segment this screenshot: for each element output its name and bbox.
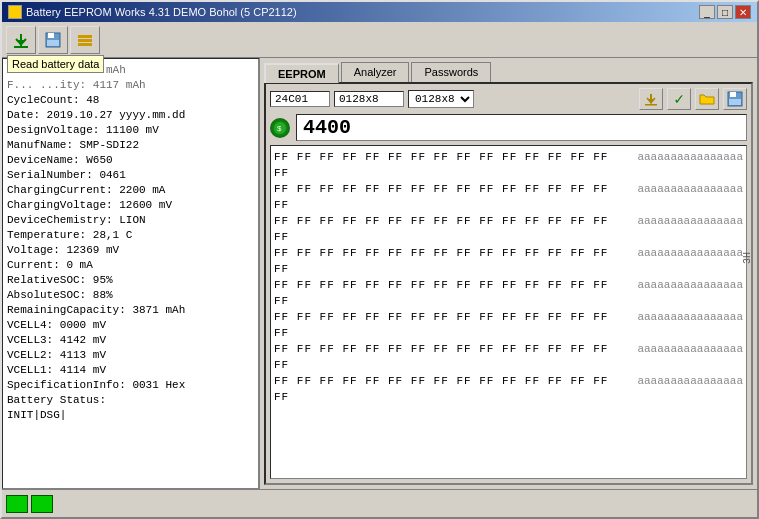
minimize-button[interactable]: _ <box>699 5 715 19</box>
hex-row-7: FF FF FF FF FF FF FF FF FF FF FF FF FF F… <box>274 373 743 405</box>
line-vcell4: VCELL4: 0000 mV <box>7 318 254 333</box>
eeprom-toolbar: 0128x8 0256x8 ✓ <box>270 88 747 110</box>
svg-marker-12 <box>647 99 655 104</box>
title-controls: _ □ ✕ <box>699 5 751 19</box>
line-temperature: Temperature: 28,1 C <box>7 228 254 243</box>
svg-text:$: $ <box>277 124 282 133</box>
hex-area[interactable]: FF FF FF FF FF FF FF FF FF FF FF FF FF F… <box>270 145 747 479</box>
line-current: Current: 0 mA <box>7 258 254 273</box>
title-bar: Battery EEPROM Works 4.31 DEMO Bohol (5 … <box>2 2 757 22</box>
close-button[interactable]: ✕ <box>735 5 751 19</box>
capacity-value: 4400 <box>296 114 747 141</box>
line-charging-current: ChargingCurrent: 2200 mA <box>7 183 254 198</box>
toolbar: Read battery data <box>2 22 757 58</box>
hex-ascii-1: aaaaaaaaaaaaaaaa <box>637 181 743 213</box>
svg-rect-15 <box>730 92 736 97</box>
maximize-button[interactable]: □ <box>717 5 733 19</box>
status-block-1 <box>6 495 28 513</box>
green-circle-icon: $ <box>273 121 287 135</box>
line-manuf-name: ManufName: SMP-SDI22 <box>7 138 254 153</box>
eeprom-down-icon <box>643 91 659 107</box>
app-icon <box>8 5 22 19</box>
hex-row-5: FF FF FF FF FF FF FF FF FF FF FF FF FF F… <box>274 309 743 341</box>
tab-passwords[interactable]: Passwords <box>411 62 491 82</box>
svg-rect-6 <box>47 40 59 46</box>
tab-bar: EEPROM Analyzer Passwords <box>264 62 753 82</box>
save-icon <box>44 31 62 49</box>
eeprom-save-button[interactable] <box>723 88 747 110</box>
side-label: 3H <box>742 252 753 264</box>
line-vcell1: VCELL1: 4114 mV <box>7 363 254 378</box>
line-charging-voltage: ChargingVoltage: 12600 mV <box>7 198 254 213</box>
hex-bytes-3: FF FF FF FF FF FF FF FF FF FF FF FF FF F… <box>274 245 630 277</box>
hex-bytes-0: FF FF FF FF FF FF FF FF FF FF FF FF FF F… <box>274 149 630 181</box>
hex-bytes-2: FF FF FF FF FF FF FF FF FF FF FF FF FF F… <box>274 213 630 245</box>
eeprom-check-button[interactable]: ✓ <box>667 88 691 110</box>
save-button[interactable] <box>38 26 68 54</box>
tools-icon <box>76 31 94 49</box>
eeprom-address-input[interactable] <box>270 91 330 107</box>
hex-row-4: FF FF FF FF FF FF FF FF FF FF FF FF FF F… <box>274 277 743 309</box>
line-remaining-capacity: RemainingCapacity: 3871 mAh <box>7 303 254 318</box>
line-vcell2: VCELL2: 4113 mV <box>7 348 254 363</box>
battery-status-icon: $ <box>270 118 290 138</box>
svg-rect-7 <box>78 35 92 38</box>
right-outer: EEPROM Analyzer Passwords 0128x8 0256x8 <box>260 58 757 489</box>
line-vcell3: VCELL3: 4142 mV <box>7 333 254 348</box>
line-battery-status-value: INIT|DSG| <box>7 408 254 423</box>
status-block-2 <box>31 495 53 513</box>
eeprom-tab-content: 0128x8 0256x8 ✓ <box>264 82 753 485</box>
svg-rect-16 <box>729 99 741 105</box>
hex-ascii-0: aaaaaaaaaaaaaaaa <box>637 149 743 181</box>
tab-eeprom[interactable]: EEPROM <box>264 63 339 83</box>
line-voltage: Voltage: 12369 mV <box>7 243 254 258</box>
hex-row-6: FF FF FF FF FF FF FF FF FF FF FF FF FF F… <box>274 341 743 373</box>
title-bar-left: Battery EEPROM Works 4.31 DEMO Bohol (5 … <box>8 5 297 19</box>
download-green-icon <box>11 30 31 50</box>
line-battery-status-label: Battery Status: <box>7 393 254 408</box>
hex-row-3: FF FF FF FF FF FF FF FF FF FF FF FF FF F… <box>274 245 743 277</box>
svg-rect-9 <box>78 43 92 46</box>
hex-bytes-7: FF FF FF FF FF FF FF FF FF FF FF FF FF F… <box>274 373 630 405</box>
line-device-chemistry: DeviceChemistry: LION <box>7 213 254 228</box>
eeprom-open-button[interactable] <box>695 88 719 110</box>
left-panel: D... C... 4400 mAh F... ...ity: 4117 mAh… <box>2 58 260 489</box>
hex-bytes-5: FF FF FF FF FF FF FF FF FF FF FF FF FF F… <box>274 309 630 341</box>
svg-marker-2 <box>16 40 26 46</box>
line-spec-info: SpecificationInfo: 0031 Hex <box>7 378 254 393</box>
eeprom-save-icon <box>727 91 743 107</box>
capacity-bar: $ 4400 <box>270 114 747 141</box>
line-absolute-soc: AbsoluteSOC: 88% <box>7 288 254 303</box>
line-date: Date: 2019.10.27 yyyy.mm.dd <box>7 108 254 123</box>
line-design-voltage: DesignVoltage: 11100 mV <box>7 123 254 138</box>
svg-rect-8 <box>78 39 92 42</box>
svg-rect-5 <box>48 33 54 38</box>
hex-ascii-6: aaaaaaaaaaaaaaaa <box>637 341 743 373</box>
hex-row-2: FF FF FF FF FF FF FF FF FF FF FF FF FF F… <box>274 213 743 245</box>
tab-analyzer[interactable]: Analyzer <box>341 62 410 82</box>
line-device-name: DeviceName: W650 <box>7 153 254 168</box>
line-cycle-count: CycleCount: 48 <box>7 93 254 108</box>
eeprom-download-button[interactable] <box>639 88 663 110</box>
folder-open-icon <box>699 92 715 106</box>
read-tooltip: Read battery data <box>7 55 104 73</box>
hex-row-0: FF FF FF FF FF FF FF FF FF FF FF FF FF F… <box>274 149 743 181</box>
hex-row-1: FF FF FF FF FF FF FF FF FF FF FF FF FF F… <box>274 181 743 213</box>
line-relative-soc: RelativeSOC: 95% <box>7 273 254 288</box>
hex-ascii-5: aaaaaaaaaaaaaaaa <box>637 309 743 341</box>
right-panel: EEPROM Analyzer Passwords 0128x8 0256x8 <box>260 58 757 489</box>
main-area: D... C... 4400 mAh F... ...ity: 4117 mAh… <box>2 58 757 489</box>
hex-bytes-6: FF FF FF FF FF FF FF FF FF FF FF FF FF F… <box>274 341 630 373</box>
svg-rect-3 <box>14 46 28 48</box>
eeprom-size-input[interactable] <box>334 91 404 107</box>
status-bar <box>2 489 757 517</box>
hex-ascii-2: aaaaaaaaaaaaaaaa <box>637 213 743 245</box>
hex-bytes-4: FF FF FF FF FF FF FF FF FF FF FF FF FF F… <box>274 277 630 309</box>
main-window: Battery EEPROM Works 4.31 DEMO Bohol (5 … <box>0 0 759 519</box>
eeprom-size-select[interactable]: 0128x8 0256x8 <box>408 90 474 108</box>
read-battery-button[interactable]: Read battery data <box>6 26 36 54</box>
svg-rect-13 <box>645 104 657 106</box>
hex-bytes-1: FF FF FF FF FF FF FF FF FF FF FF FF FF F… <box>274 181 630 213</box>
line-serial-number: SerialNumber: 0461 <box>7 168 254 183</box>
tools-button[interactable] <box>70 26 100 54</box>
